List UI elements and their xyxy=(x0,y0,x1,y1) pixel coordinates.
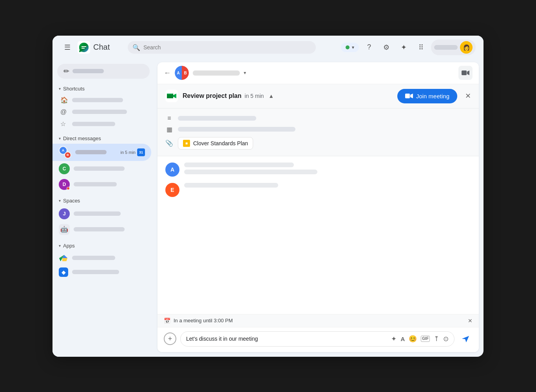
apps-section-header[interactable]: ▾ Apps xyxy=(53,240,154,251)
paperclip-icon: 📎 xyxy=(165,139,173,147)
search-icon: 🔍 xyxy=(132,43,140,51)
meeting-time: in 5 min xyxy=(244,93,264,99)
shortcut-starred-item[interactable]: ☆ xyxy=(53,118,151,130)
shortcuts-label: Shortcuts xyxy=(63,86,85,92)
message-input[interactable] xyxy=(186,336,387,342)
status-close-button[interactable]: ✕ xyxy=(468,318,473,324)
video-call-button[interactable] xyxy=(458,66,473,80)
spaces-item-0[interactable]: J xyxy=(53,206,151,222)
chat-header-actions xyxy=(458,66,473,80)
send-icon xyxy=(461,334,470,343)
chat-name-bar xyxy=(193,70,240,76)
dm-item-2[interactable]: D xyxy=(53,177,151,192)
apps-grid-button[interactable]: ⠿ xyxy=(414,40,428,54)
compose-icon: ✏ xyxy=(63,67,69,76)
status-bar-text: In a meeting until 3:00 PM xyxy=(174,318,465,323)
space-name-1 xyxy=(74,227,125,231)
notif-badge-icon xyxy=(67,187,70,190)
meeting-title-row: Review project plan in 5 min ▲ xyxy=(183,92,393,99)
apps-item-drive[interactable] xyxy=(53,251,151,265)
dm-name-bar-2 xyxy=(74,182,117,186)
space-icon-j: J xyxy=(59,208,70,219)
status-dot-icon xyxy=(346,45,349,49)
logo-area: ☰ Chat xyxy=(60,40,123,54)
new-chat-button[interactable]: ✏ xyxy=(57,64,150,79)
help-button[interactable]: ? xyxy=(362,40,376,54)
settings-button[interactable]: ⚙ xyxy=(379,40,393,54)
mention-icon: @ xyxy=(60,108,68,116)
sparkle-icon[interactable]: ✦ xyxy=(391,335,397,343)
video-icon xyxy=(462,70,469,76)
chevron-spaces-icon: ▾ xyxy=(59,199,61,203)
format-text-icon[interactable]: A xyxy=(400,336,405,342)
new-chat-label xyxy=(72,69,104,73)
emoji-icon[interactable]: 😊 xyxy=(409,335,417,343)
dm-item-0[interactable]: A B in 5 min 31 xyxy=(53,144,151,161)
detail-bar-1 xyxy=(178,127,295,132)
status-pill[interactable]: ▾ xyxy=(341,43,359,52)
search-bar[interactable]: 🔍 xyxy=(128,41,316,54)
attachment-chip[interactable]: ■ Clover Standards Plan xyxy=(178,137,253,150)
msg-bar-1a xyxy=(184,183,278,188)
collapse-meeting-button[interactable]: ▲ xyxy=(268,93,274,99)
shortcuts-section-header[interactable]: ▾ Shortcuts xyxy=(53,83,154,94)
shortcut-mention-item[interactable]: @ xyxy=(53,106,151,118)
chat-header-avatar: A B xyxy=(175,66,189,80)
join-video-icon xyxy=(405,93,413,99)
app-window: ☰ Chat 🔍 xyxy=(53,36,483,357)
dm-time-0: in 5 min xyxy=(120,150,136,155)
upload-icon[interactable]: ⤒ xyxy=(434,335,439,343)
dm-avatar-wrap-2: D xyxy=(59,179,70,190)
spaces-label: Spaces xyxy=(63,198,80,204)
apps-label: Apps xyxy=(63,243,75,249)
chevron-icon: ▾ xyxy=(59,87,61,91)
space-name-0 xyxy=(74,211,121,216)
split-avatar: A B xyxy=(175,66,189,80)
dm-meta-0: in 5 min 31 xyxy=(120,148,145,156)
search-input[interactable] xyxy=(128,41,316,54)
dm-avatar-1: C xyxy=(59,163,70,174)
detail-row-0: ≡ xyxy=(165,115,471,122)
msg-content-0 xyxy=(184,163,471,174)
close-banner-button[interactable]: ✕ xyxy=(465,92,471,100)
status-bar: 📅 In a meeting until 3:00 PM ✕ xyxy=(158,314,479,327)
meet-logo-icon xyxy=(165,90,178,102)
calendar-badge-icon: 31 xyxy=(137,148,145,156)
message-row-0: A xyxy=(165,163,471,177)
spaces-section-header[interactable]: ▾ Spaces xyxy=(53,195,154,206)
gif-button[interactable]: GIF xyxy=(421,336,430,342)
msg-bar-0b xyxy=(184,170,317,174)
shortcut-starred-label xyxy=(72,122,115,126)
meeting-title: Review project plan xyxy=(183,92,241,99)
add-button[interactable]: + xyxy=(164,332,176,345)
chat-header-chevron-icon[interactable]: ▾ xyxy=(244,70,246,76)
msg-avatar-1: E xyxy=(165,183,179,197)
meeting-info: Review project plan in 5 min ▲ xyxy=(183,92,393,99)
chat-panel: ← A B ▾ xyxy=(158,62,479,352)
gemini-button[interactable]: ✦ xyxy=(397,40,411,54)
shortcut-home-item[interactable]: 🏠 xyxy=(53,94,151,106)
list-icon: ≡ xyxy=(165,115,173,122)
svg-rect-1 xyxy=(462,70,467,75)
meeting-details: ≡ ▦ 📎 ■ Clover Standards Plan xyxy=(158,108,479,156)
join-meeting-button[interactable]: Join meeting xyxy=(397,89,457,103)
spaces-item-1[interactable]: 🤖 xyxy=(53,222,151,237)
attachment-name: Clover Standards Plan xyxy=(193,140,248,146)
dm-section-header[interactable]: ▾ Direct messages xyxy=(53,133,154,144)
hamburger-button[interactable]: ☰ xyxy=(60,40,74,54)
user-chip[interactable]: 👩 xyxy=(431,40,476,55)
send-button[interactable] xyxy=(458,332,473,346)
record-icon[interactable]: ⊙ xyxy=(443,335,449,343)
dm-item-1[interactable]: C xyxy=(53,161,151,177)
attachment-row: 📎 ■ Clover Standards Plan xyxy=(165,137,471,150)
back-button[interactable]: ← xyxy=(164,69,171,77)
chevron-apps-icon: ▾ xyxy=(59,244,61,248)
shortcut-mention-label xyxy=(72,110,127,114)
app-title: Chat xyxy=(93,43,110,52)
chat-logo-icon xyxy=(78,41,90,54)
apps-item-diamond[interactable]: ◆ xyxy=(53,265,151,279)
msg-bar-0a xyxy=(184,163,294,167)
user-name-bar xyxy=(434,45,458,50)
detail-bar-0 xyxy=(178,116,256,121)
star-icon: ☆ xyxy=(60,120,68,128)
